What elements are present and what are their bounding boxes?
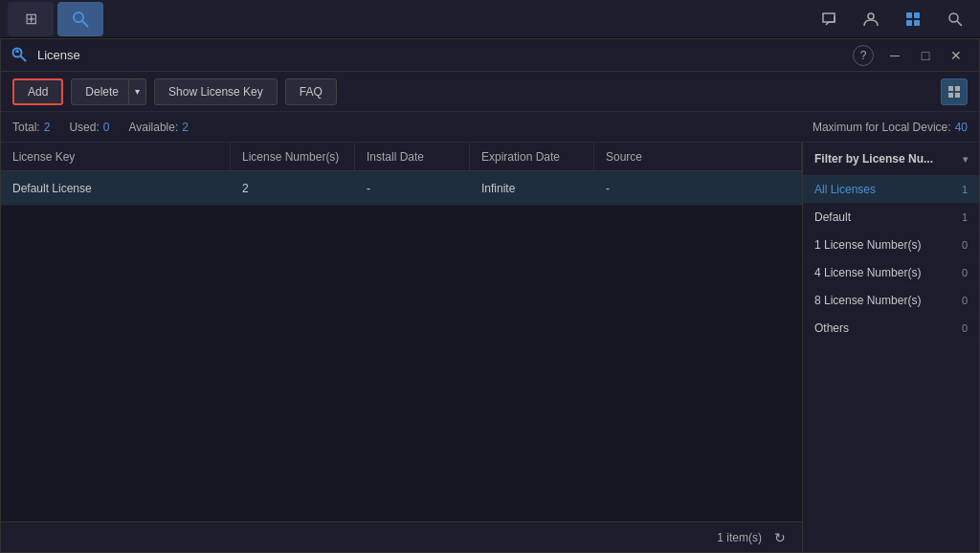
delete-dropdown-button[interactable]: ▾ [129,78,146,105]
license-window: License ? ─ □ ✕ Add Delete ▾ Show Licens… [0,38,980,553]
filter-dropdown-icon: ▾ [963,154,968,165]
filter-item[interactable]: 4 License Number(s)0 [803,259,979,287]
filter-item-count: 0 [962,267,968,278]
help-button[interactable]: ? [853,45,874,66]
sys-grid-button[interactable]: ⊞ [8,2,54,36]
cell-license-numbers: 2 [231,171,355,205]
filter-item[interactable]: 8 License Number(s)0 [803,287,979,315]
toolbar: Add Delete ▾ Show License Key FAQ [1,72,979,112]
available-label: Available: [128,121,178,134]
max-value: 40 [955,121,968,134]
stats-bar: Total: 2 Used: 0 Available: 2 Maximum fo… [1,112,979,143]
cell-install-date: - [355,171,470,205]
window-icon [11,46,30,65]
item-count: 1 item(s) [717,531,762,544]
col-expiration-date: Expiration Date [470,143,594,170]
total-label: Total: [12,121,40,134]
total-value: 2 [44,121,51,134]
filter-item[interactable]: All Licenses1 [803,176,979,204]
filter-item-label: Others [814,321,849,335]
svg-point-2 [868,13,874,19]
filter-item-label: All Licenses [814,183,876,196]
filter-item-count: 1 [962,184,968,195]
svg-point-7 [949,13,958,22]
right-panel: Filter by License Nu... ▾ All Licenses1D… [802,143,979,552]
filter-item-label: Default [814,210,851,224]
main-content: License Key License Number(s) Install Da… [1,143,979,552]
table-header: License Key License Number(s) Install Da… [1,143,802,171]
max-stat: Maximum for Local Device: 40 [813,121,968,134]
cell-expiration-date: Infinite [470,171,594,205]
used-value: 0 [103,121,110,134]
filter-item-label: 8 License Number(s) [814,294,921,307]
window-controls: ─ □ ✕ [881,45,969,66]
chat-button[interactable] [812,2,846,36]
system-bar: ⊞ [0,0,980,38]
available-stat: Available: 2 [128,121,189,134]
footer: 1 item(s) ↻ [1,521,802,552]
add-button[interactable]: Add [12,78,63,105]
filter-item-count: 0 [962,239,968,251]
system-right-controls [812,2,972,36]
col-license-numbers: License Number(s) [231,143,355,170]
filter-item[interactable]: Default1 [803,204,979,232]
table-body: Default License 2 - Infinite - [1,171,802,521]
filter-item[interactable]: 1 License Number(s)0 [803,232,979,259]
window-title: License [37,48,845,62]
cell-source: - [594,171,802,205]
svg-rect-6 [914,20,920,26]
col-license-key: License Key [1,143,231,170]
table-area: License Key License Number(s) Install Da… [1,143,802,552]
total-stat: Total: 2 [12,121,50,134]
filter-item[interactable]: Others0 [803,315,979,343]
svg-line-8 [957,21,962,26]
svg-rect-13 [948,86,953,91]
col-install-date: Install Date [355,143,470,170]
close-button[interactable]: ✕ [943,45,969,66]
show-license-key-button[interactable]: Show License Key [154,78,278,105]
delete-group: Delete ▾ [71,78,146,105]
svg-rect-14 [955,86,960,91]
svg-rect-4 [914,12,920,18]
svg-rect-15 [948,93,953,98]
filter-header[interactable]: Filter by License Nu... ▾ [803,143,979,176]
filter-item-label: 4 License Number(s) [814,266,921,279]
sys-key-button[interactable] [57,2,103,36]
filter-title: Filter by License Nu... [814,152,933,166]
refresh-button[interactable]: ↻ [769,527,791,548]
minimize-button[interactable]: ─ [881,45,908,66]
filter-item-count: 0 [962,322,968,334]
faq-button[interactable]: FAQ [285,78,337,105]
delete-button[interactable]: Delete [71,78,129,105]
svg-rect-3 [906,12,912,18]
col-source: Source [594,143,802,170]
used-stat: Used: 0 [69,121,109,134]
svg-point-0 [74,12,83,22]
used-label: Used: [69,121,99,134]
maximize-button[interactable]: □ [912,45,939,66]
svg-line-10 [21,55,27,61]
filter-item-label: 1 License Number(s) [814,238,921,252]
max-label: Maximum for Local Device: [813,121,951,134]
filter-item-count: 0 [962,295,968,306]
svg-rect-16 [955,93,960,98]
title-bar: License ? ─ □ ✕ [1,39,979,72]
svg-line-1 [82,21,88,27]
filter-item-count: 1 [962,211,968,223]
user-button[interactable] [854,2,888,36]
filter-list: All Licenses1Default11 License Number(s)… [803,176,979,343]
svg-rect-5 [906,20,912,26]
cell-license-key: Default License [1,171,231,205]
apps-button[interactable] [896,2,930,36]
search-button[interactable] [938,2,972,36]
available-value: 2 [182,121,189,134]
grid-view-button[interactable] [941,78,968,105]
table-row[interactable]: Default License 2 - Infinite - [1,171,802,206]
